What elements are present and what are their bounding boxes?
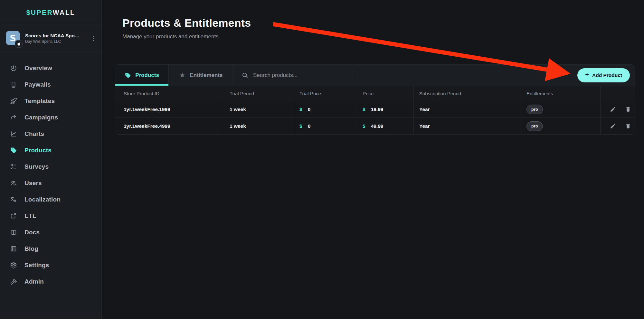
tab-entitlements[interactable]: Entitlements [169,65,233,86]
search-input[interactable] [253,72,350,79]
sidebar-item-label: Admin [24,278,44,285]
app-menu-kebab-icon[interactable] [91,34,97,43]
add-product-label: Add Product [592,72,622,78]
export-icon [10,212,17,220]
sidebar-item-overview[interactable]: Overview [0,60,101,76]
rocket-icon [10,97,17,105]
newspaper-icon [10,245,17,253]
trial-price: $ 0 [294,118,357,134]
hammer-icon [10,278,17,286]
amount: 0 [308,107,311,112]
page-subtitle: Manage your products and entitlements. [122,33,251,40]
sidebar-item-admin[interactable]: Admin [0,273,101,290]
price: $ 49.99 [357,118,414,134]
sidebar-item-campaigns[interactable]: Campaigns [0,109,101,126]
gear-icon [10,261,17,269]
row-actions [606,106,635,113]
users-icon [10,179,17,187]
column-header-subscription-period: Subscription Period [414,86,521,101]
trash-icon [625,106,631,112]
column-header-price: Price [357,86,414,101]
products-panel: Products Entitlements + Add Product [115,64,635,135]
apple-icon [17,42,21,46]
trial-period: 1 week [224,101,294,117]
subscription-period: Year [414,101,521,117]
pencil-icon [610,123,616,129]
edit-button[interactable] [609,106,617,113]
pencil-icon [610,106,616,112]
column-header-entitlements: Entitlements [521,86,601,101]
sidebar-item-templates[interactable]: Templates [0,93,101,109]
column-header-trial-price: Trial Price [294,86,357,101]
tab-products[interactable]: Products [115,65,169,86]
trial-price: $ 0 [294,101,357,117]
clock-pie-icon [10,64,17,72]
sidebar-item-label: Products [24,147,52,154]
forward-arrow-icon [10,114,17,121]
amount: 19.99 [371,107,384,112]
amount: 49.99 [371,123,384,129]
org-name: Day Well Spent, LLC [25,39,80,44]
tab-bar: Products Entitlements + Add Product [115,65,635,86]
search-icon [242,72,248,79]
sidebar-item-label: Campaigns [24,114,58,121]
brand-logo[interactable]: $UPERWALL [0,0,101,25]
subscription-period: Year [414,118,521,134]
sidebar-item-label: Overview [24,65,52,72]
page-title: Products & Entitlements [122,17,251,29]
column-header-actions [601,86,635,101]
edit-button[interactable] [609,122,617,130]
delete-button[interactable] [624,122,632,130]
table-row: 1yr.1weekFree.1999 1 week $ 0 $ 19.99 Ye… [115,101,635,117]
price: $ 19.99 [357,101,414,117]
currency-symbol: $ [299,123,302,129]
sidebar-item-label: Blog [24,245,38,252]
app-name: Scores for NCAA Spo… [25,33,80,38]
column-header-store-product-id: Store Product ID [115,86,224,101]
currency-symbol: $ [299,107,302,112]
sidebar-item-label: Charts [24,130,44,137]
sidebar: $UPERWALL S Scores for NCAA Spo… Day Wel… [0,0,102,319]
entitlements-cell: pro [521,101,601,117]
search-box [233,65,358,86]
amount: 0 [308,123,311,129]
sidebar-nav: Overview Paywalls Templates Campaigns [0,52,101,290]
translate-icon [10,196,17,203]
sidebar-item-charts[interactable]: Charts [0,126,101,142]
tab-label: Products [135,72,159,79]
sidebar-item-localization[interactable]: Localization [0,191,101,208]
sidebar-item-etl[interactable]: ETL [0,208,101,224]
column-header-trial-period: Trial Period [224,86,294,101]
sidebar-item-paywalls[interactable]: Paywalls [0,76,101,93]
sidebar-item-label: Templates [24,98,55,105]
currency-symbol: $ [363,107,365,112]
entitlements-cell: pro [521,118,601,134]
store-product-id: 1yr.1weekFree.4999 [115,118,224,134]
plus-icon: + [585,71,589,79]
book-icon [10,229,17,236]
table-header-row: Store Product ID Trial Period Trial Pric… [115,86,635,101]
checklist-icon [10,163,17,171]
sidebar-item-docs[interactable]: Docs [0,224,101,240]
sidebar-item-label: Users [24,180,42,187]
add-product-button[interactable]: + Add Product [577,68,630,82]
sidebar-item-products[interactable]: Products [0,142,101,158]
sidebar-item-label: Paywalls [24,81,51,88]
sidebar-item-surveys[interactable]: Surveys [0,158,101,175]
sidebar-item-label: Docs [24,229,40,236]
app-window: $UPERWALL S Scores for NCAA Spo… Day Wel… [0,0,644,319]
trash-icon [625,123,631,129]
app-icon: S [6,31,21,46]
store-product-id: 1yr.1weekFree.1999 [115,101,224,117]
sidebar-item-label: ETL [24,212,36,220]
star-icon [179,72,185,79]
phone-icon [10,81,17,89]
sidebar-item-users[interactable]: Users [0,175,101,191]
tab-label: Entitlements [190,72,223,79]
delete-button[interactable] [624,106,632,113]
sidebar-item-blog[interactable]: Blog [0,240,101,257]
tag-icon [10,146,17,154]
entitlement-badge: pro [526,121,543,131]
sidebar-item-settings[interactable]: Settings [0,257,101,273]
app-switcher[interactable]: S Scores for NCAA Spo… Day Well Spent, L… [0,25,101,52]
